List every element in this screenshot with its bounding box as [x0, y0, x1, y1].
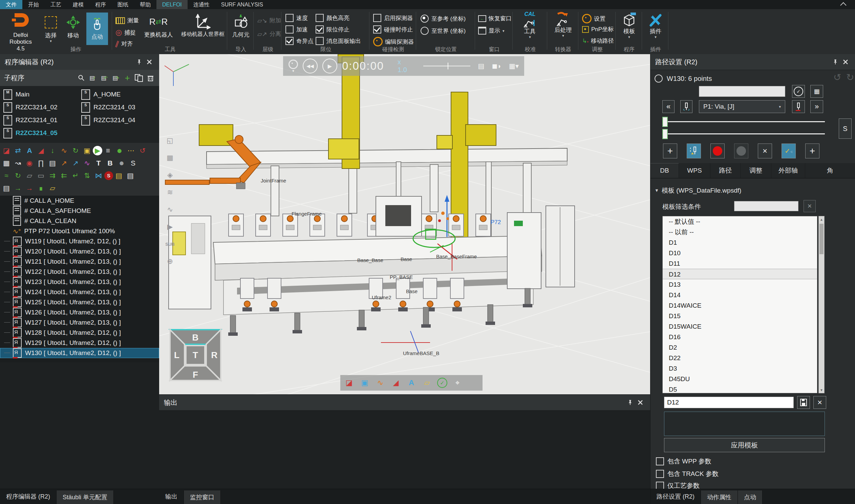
cube-view-icon[interactable]: ◈ [164, 169, 176, 181]
menu-item-start[interactable]: 开始 [22, 0, 45, 9]
robot-icon[interactable]: ⌖ [452, 377, 463, 388]
point-name-field[interactable] [699, 86, 785, 97]
search-icon[interactable] [76, 73, 86, 83]
tab-output[interactable]: 输出 [159, 489, 183, 504]
template-dropdown[interactable]: 模板 ▾ [619, 12, 639, 39]
pe-tool-icon[interactable]: ⇅ [81, 170, 93, 181]
path-slider-2[interactable] [662, 133, 825, 134]
pe-tool-icon[interactable]: ↗ [70, 158, 81, 168]
template-item[interactable]: D22 [663, 353, 817, 363]
menu-item-file[interactable]: 文件 [0, 0, 22, 9]
path-radio-icon[interactable] [655, 74, 663, 83]
folder-icon[interactable]: ▤ [47, 158, 58, 168]
statement-row[interactable]: ЯW121 [ Utool1, Uframe2, D13, () ] [0, 256, 159, 267]
plugin-dropdown[interactable]: 插件 ▾ [646, 12, 665, 39]
chart-icon[interactable]: ∎ [35, 183, 47, 193]
tab-db[interactable]: DB [651, 163, 679, 178]
fit-view-icon[interactable]: ◱ [164, 135, 176, 146]
play-icon[interactable]: ▶ [93, 146, 102, 155]
pe-tool-icon[interactable]: ▭ [35, 170, 47, 181]
template-item[interactable]: D10 [663, 248, 817, 258]
stop-on-collision-checkbox[interactable]: 碰撞时停止 [373, 25, 413, 34]
scroll-down-icon[interactable]: ▼ [819, 387, 824, 393]
slider-thumb[interactable] [662, 117, 668, 127]
record-on-button[interactable] [710, 144, 725, 158]
speed-slider[interactable] [423, 66, 471, 66]
pe-tool-icon[interactable]: ↻ [12, 170, 24, 181]
pin-icon[interactable] [830, 57, 840, 67]
template-item[interactable]: D14WAICE [663, 300, 817, 311]
pe-tool-icon[interactable]: S [127, 158, 139, 168]
color-highlight-checkbox[interactable]: 颜色高亮 [316, 14, 350, 22]
enable-detector-checkbox[interactable]: 启用探测器 [373, 14, 413, 22]
check-icon[interactable]: ✓ [437, 378, 447, 388]
statement-row[interactable]: ЯW120 [ Utool1, Uframe2, D13, () ] [0, 247, 159, 256]
statement-row[interactable]: ЯW127 [ Utool1, Uframe2, D13, () ] [0, 318, 159, 328]
statement-row[interactable]: ЯW129 [ Utool1, Uframe2, D12, () ] [0, 338, 159, 348]
teach-point-button[interactable] [687, 144, 701, 158]
pe-tool-icon[interactable]: ▦ [1, 158, 12, 168]
program-item-main[interactable]: MMain [3, 88, 81, 101]
move-button[interactable]: 移动 [64, 13, 83, 39]
program-item-ahome[interactable]: SA_HOME [81, 88, 159, 101]
frame-mode-icon[interactable]: ▣ [359, 377, 370, 388]
pe-tool-icon[interactable]: ↗ [58, 158, 70, 168]
menu-item-process[interactable]: 工艺 [45, 0, 67, 9]
pnp-coords-button[interactable]: PnP坐标 [582, 25, 613, 33]
settings-button[interactable]: 设置 [582, 14, 605, 23]
print-icon[interactable]: ▤ [1, 183, 12, 193]
tab-path[interactable]: 路径 [710, 163, 741, 178]
ribbon-collapse-icon[interactable] [840, 2, 846, 8]
scroll-up-icon[interactable]: ▲ [819, 216, 824, 222]
pin-icon[interactable] [134, 57, 144, 67]
tab-angle[interactable]: 角 [805, 163, 855, 178]
template-item[interactable]: D15WAICE [663, 321, 817, 332]
template-item[interactable]: -- 默认值 -- [663, 216, 817, 227]
text-annotation-icon[interactable]: A [406, 377, 417, 388]
redo-icon[interactable]: ↻ [846, 72, 854, 83]
attach-button[interactable]: ▱↘ 附加 [257, 17, 281, 24]
statement-row[interactable]: ЯW128 [ Utool1, Uframe2, D12, () ] [0, 328, 159, 338]
tab-path-settings[interactable]: 路径设置 (R2) [651, 489, 700, 504]
link-icon[interactable]: ⊕ [164, 255, 176, 267]
pdf-export-icon[interactable]: ▤ [478, 62, 484, 70]
pe-tool-icon[interactable]: ↻ [70, 146, 81, 156]
video-record-icon[interactable]: ◼◗ [492, 62, 501, 70]
menu-item-program[interactable]: 程序 [89, 0, 112, 9]
menu-item-delfoi[interactable]: DELFOI [157, 0, 188, 9]
point-select-dropdown[interactable]: P1: Via, [J] ▾ [699, 100, 785, 113]
s-button[interactable]: S [839, 119, 852, 139]
next-point-button[interactable] [792, 100, 805, 113]
clear-template-button[interactable]: × [813, 396, 826, 409]
template-section-header[interactable]: ▼ 模板 (WPS_DataFile.wpsdf) [655, 186, 741, 195]
layers-icon[interactable]: ≋ [164, 186, 176, 198]
statement-row-selected[interactable]: ЯW130 [ Utool1, Uframe2, D12, () ] [0, 348, 159, 358]
undo-icon[interactable]: ↺ [833, 72, 841, 83]
template-item-selected[interactable]: D12 [663, 269, 817, 279]
template-item[interactable]: D13 [663, 279, 817, 290]
close-icon[interactable] [840, 57, 851, 67]
wait-icon[interactable]: ⋈ [93, 170, 104, 181]
template-item[interactable]: D16 [663, 332, 817, 342]
template-item[interactable]: D3 [663, 363, 817, 374]
clipboard-icon[interactable]: ▤ [113, 170, 125, 181]
post-process-dropdown[interactable]: 后处理 ▾ [553, 12, 573, 37]
scrollbar-thumb[interactable] [819, 224, 823, 254]
verify-program-icon[interactable]: ▤✓ [88, 73, 97, 83]
message-output-checkbox[interactable]: 消息面板输出 [316, 37, 361, 45]
document-icon[interactable]: ▤ [125, 170, 136, 181]
add-point-before-button[interactable]: + [663, 144, 677, 158]
point-table-button[interactable]: ▦ [810, 85, 823, 98]
view-cube[interactable]: B L T R F [168, 328, 223, 384]
player-settings-button[interactable]: ▾ [288, 59, 298, 72]
apply-template-button[interactable]: 应用模板 [664, 438, 825, 452]
program-item[interactable]: SR2ZC3214_02 [3, 101, 81, 114]
pe-tool-icon[interactable]: ≈ [1, 170, 12, 181]
singularity-checkbox[interactable]: 奇异点 [285, 37, 314, 45]
pe-tool-icon[interactable]: ● [114, 146, 125, 156]
display-dropdown[interactable]: 显示 ▾ [478, 27, 504, 35]
delete-point-button[interactable]: × [758, 144, 772, 158]
pe-tool-icon[interactable]: ∿ [81, 158, 93, 168]
rewind-button[interactable]: ◀◀ [303, 58, 318, 73]
copy-program-icon[interactable] [134, 73, 144, 83]
